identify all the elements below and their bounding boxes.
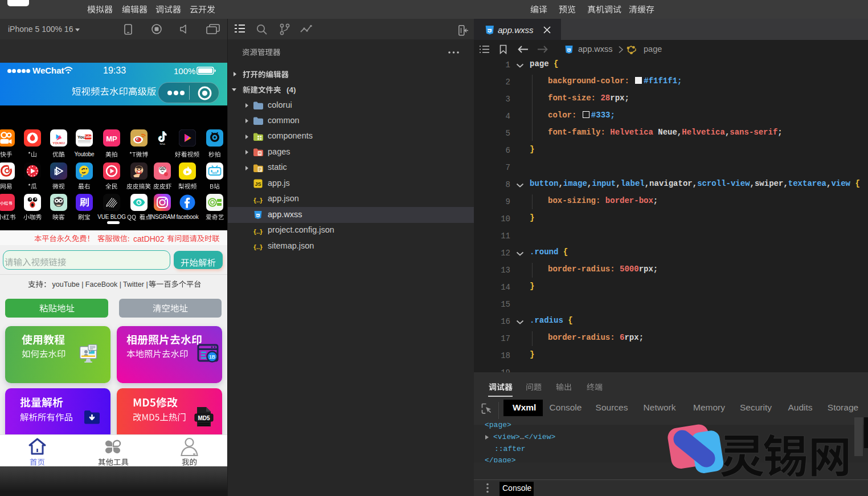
svg-text:Tube: Tube xyxy=(84,135,92,139)
svg-text:YOUKU: YOUKU xyxy=(52,141,65,145)
svg-text:bili: bili xyxy=(212,171,218,174)
svg-text:MP: MP xyxy=(106,135,117,143)
svg-text:1B: 1B xyxy=(209,354,215,360)
svg-text:{..}: {..} xyxy=(253,196,263,203)
svg-text:JS: JS xyxy=(255,181,261,187)
svg-text:TikTok: TikTok xyxy=(159,143,165,145)
svg-text:MD5: MD5 xyxy=(198,415,210,421)
svg-text:{..}: {..} xyxy=(253,243,263,250)
svg-text:{..}: {..} xyxy=(253,227,263,234)
